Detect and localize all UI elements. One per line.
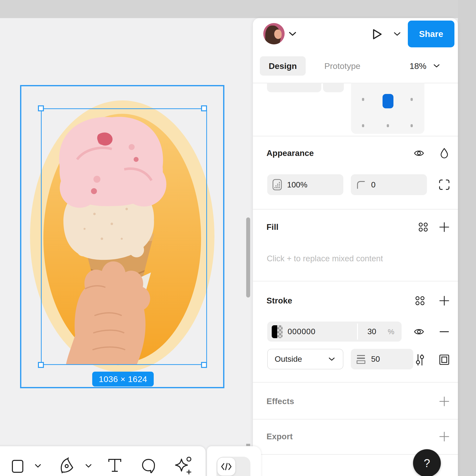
effects-title: Effects — [267, 397, 294, 406]
stroke-advanced-button[interactable] — [414, 354, 426, 366]
section-divider — [253, 281, 458, 281]
independent-corners-button[interactable] — [438, 179, 450, 191]
stroke-color-hex[interactable]: 000000 — [288, 327, 316, 336]
figma-app-window: 1036 × 1624 Share Design Prototype 18% — [0, 0, 476, 476]
opacity-value: 100% — [287, 180, 307, 189]
shape-tools-chevron[interactable] — [34, 463, 42, 469]
alignment-grid-widget[interactable] — [351, 83, 424, 134]
effects-add-button[interactable] — [438, 395, 450, 407]
align-dot[interactable] — [362, 98, 364, 101]
stroke-styles-button[interactable] — [415, 295, 425, 306]
eye-icon — [414, 327, 424, 336]
play-icon — [372, 28, 383, 40]
align-dot[interactable] — [362, 124, 364, 127]
share-button[interactable]: Share — [408, 21, 454, 47]
chevron-down-icon — [85, 464, 92, 468]
share-label: Share — [419, 29, 443, 39]
minus-icon — [439, 327, 449, 337]
chevron-down-icon — [289, 31, 297, 36]
stroke-row-separator — [357, 324, 358, 340]
rectangle-tool-icon — [11, 459, 24, 473]
plus-icon — [439, 295, 450, 306]
eye-icon — [414, 149, 424, 157]
present-button[interactable] — [371, 28, 383, 41]
selection-handle-bottom-right[interactable] — [201, 362, 207, 368]
plus-icon — [439, 222, 450, 233]
chevron-down-icon — [433, 64, 440, 68]
section-divider — [253, 419, 458, 419]
stroke-color-row[interactable]: 000000 30 % — [267, 322, 402, 342]
comment-tool[interactable] — [140, 458, 157, 474]
stroke-color-swatch[interactable] — [272, 325, 283, 338]
appearance-blend-button[interactable] — [439, 147, 449, 159]
pen-tool-icon — [59, 457, 75, 474]
section-divider — [253, 136, 458, 136]
stroke-remove-button[interactable] — [439, 326, 450, 337]
fill-title: Fill — [267, 222, 278, 232]
plus-icon — [439, 431, 450, 442]
sliders-icon — [414, 354, 426, 365]
canvas-scrollbar[interactable] — [246, 217, 250, 298]
align-dot[interactable] — [411, 98, 413, 101]
comment-bubble-icon — [141, 458, 156, 473]
swatch-solid-half — [272, 325, 277, 338]
present-options-chevron[interactable] — [393, 31, 401, 37]
rectangle-tool[interactable] — [10, 459, 25, 474]
align-dot[interactable] — [411, 124, 413, 127]
fill-add-button[interactable] — [438, 221, 450, 233]
stroke-sides-icon — [439, 354, 450, 365]
dev-mode-knob[interactable] — [217, 457, 236, 476]
stroke-opacity-unit: % — [388, 327, 394, 336]
appearance-title: Appearance — [267, 149, 314, 158]
cutoff-field-left[interactable] — [267, 83, 321, 92]
opacity-icon — [272, 179, 282, 191]
selection-outline — [41, 108, 207, 365]
stroke-weight-icon — [356, 354, 366, 364]
export-add-button[interactable] — [438, 431, 450, 443]
corner-radius-icon — [356, 180, 365, 189]
actions-tool[interactable] — [174, 456, 193, 476]
avatar-menu-chevron[interactable] — [288, 31, 297, 37]
section-divider — [253, 209, 458, 209]
appearance-visibility-button[interactable] — [414, 148, 424, 159]
avatar[interactable] — [263, 23, 285, 44]
pen-tool[interactable] — [59, 457, 76, 475]
window-title-bar — [0, 0, 476, 18]
styles-icon — [415, 296, 425, 306]
text-tool[interactable] — [107, 458, 122, 474]
stroke-weight-input[interactable]: 50 — [351, 349, 413, 369]
opacity-input[interactable]: 100% — [267, 174, 343, 195]
fill-placeholder: Click + to replace mixed content — [267, 254, 383, 263]
plus-icon — [439, 396, 450, 407]
stroke-visibility-button[interactable] — [414, 326, 424, 337]
selection-handle-bottom-left[interactable] — [38, 362, 44, 368]
zoom-menu[interactable]: 18% — [404, 56, 454, 76]
tab-prototype[interactable]: Prototype — [319, 56, 366, 76]
stroke-per-side-button[interactable] — [438, 354, 450, 366]
corner-radius-input[interactable]: 0 — [351, 174, 427, 195]
help-label: ? — [424, 456, 430, 470]
stroke-position-value: Outside — [275, 355, 302, 364]
selection-handle-top-left[interactable] — [38, 105, 44, 111]
code-icon — [221, 463, 232, 471]
help-button[interactable]: ? — [413, 449, 441, 476]
avatar-face — [274, 30, 282, 39]
align-selected-indicator[interactable] — [383, 94, 393, 108]
stroke-title: Stroke — [267, 296, 292, 305]
stroke-position-dropdown[interactable]: Outside — [267, 349, 343, 369]
dev-mode-toggle[interactable] — [216, 457, 250, 476]
stroke-add-button[interactable] — [438, 295, 450, 307]
chevron-down-icon — [35, 464, 41, 468]
cutoff-field-right[interactable] — [323, 83, 344, 92]
chevron-down-icon — [328, 357, 335, 361]
tab-design[interactable]: Design — [260, 56, 306, 76]
corner-radius-value: 0 — [371, 180, 376, 189]
stroke-opacity-value[interactable]: 30 — [367, 327, 376, 336]
pen-tools-chevron[interactable] — [85, 463, 92, 469]
corners-icon — [439, 179, 450, 190]
section-divider — [253, 382, 458, 383]
fill-styles-button[interactable] — [418, 222, 429, 233]
selection-handle-top-right[interactable] — [201, 105, 207, 111]
stroke-weight-value: 50 — [371, 355, 380, 364]
align-dot[interactable] — [387, 124, 389, 127]
